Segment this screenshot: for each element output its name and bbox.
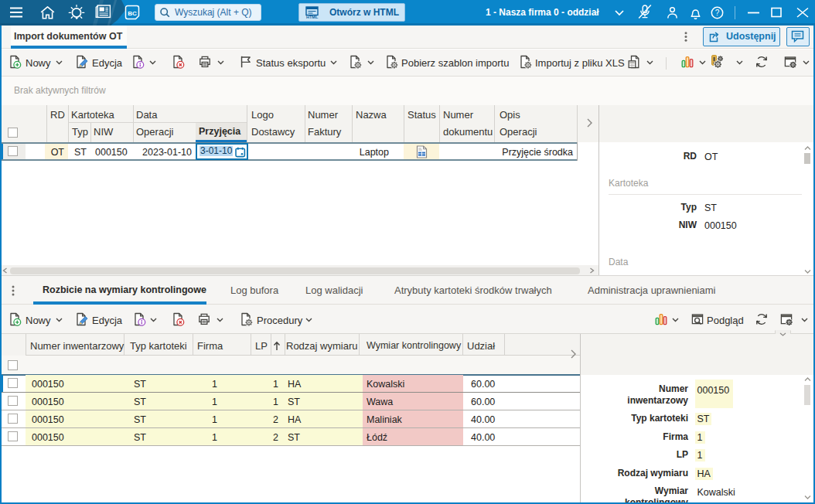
svg-text:HTML: HTML [306, 15, 319, 19]
svg-text:BC: BC [128, 10, 137, 17]
svg-text:?: ? [715, 9, 720, 17]
